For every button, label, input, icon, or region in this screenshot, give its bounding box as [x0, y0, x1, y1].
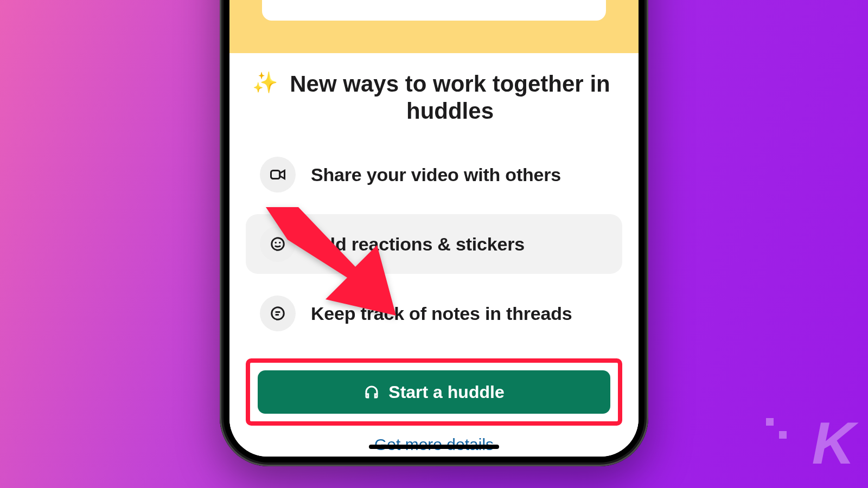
sparkles-icon: ✨ [252, 70, 278, 95]
illustration-band [229, 0, 639, 53]
headline-text: New ways to work together in huddles [284, 70, 616, 124]
watermark-logo: K [812, 408, 853, 477]
headphones-icon [363, 384, 380, 400]
start-huddle-button[interactable]: Start a huddle [258, 370, 610, 414]
feature-row-threads: Keep track of notes in threads [246, 284, 622, 343]
feature-row-reactions: Add reactions & stickers [246, 214, 622, 274]
svg-point-3 [279, 242, 281, 244]
feature-label: Keep track of notes in threads [311, 303, 572, 324]
headline: ✨ New ways to work together in huddles [246, 70, 622, 124]
svg-point-1 [272, 238, 284, 251]
thread-icon [260, 296, 296, 331]
home-indicator [369, 445, 499, 449]
cta-highlight-box: Start a huddle [246, 358, 622, 426]
watermark-dots [766, 418, 787, 426]
phone-screen: ✨ New ways to work together in huddles S… [229, 0, 639, 457]
feature-label: Add reactions & stickers [311, 234, 525, 255]
smile-icon [260, 226, 296, 262]
video-icon [260, 157, 296, 192]
feature-row-video: Share your video with others [246, 145, 622, 204]
phone-frame: ✨ New ways to work together in huddles S… [220, 0, 648, 466]
cta-label: Start a huddle [388, 382, 504, 402]
svg-rect-0 [271, 171, 280, 179]
feature-label: Share your video with others [311, 164, 561, 185]
svg-point-2 [275, 242, 277, 244]
content-area: ✨ New ways to work together in huddles S… [229, 53, 639, 457]
svg-point-4 [272, 307, 284, 320]
